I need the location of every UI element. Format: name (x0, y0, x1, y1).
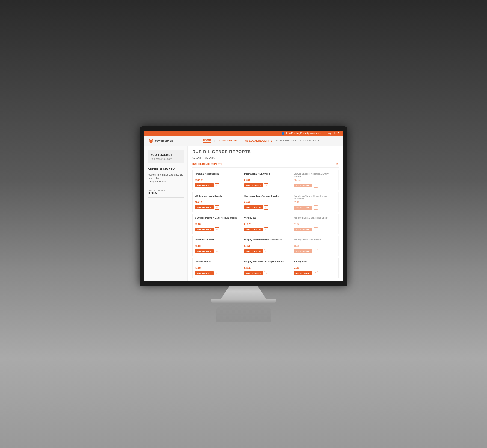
add-to-basket-button[interactable]: ADD TO BASKET (294, 249, 313, 253)
add-to-basket-button[interactable]: ADD TO BASKET (294, 228, 313, 232)
favorite-button[interactable]: ☆ (264, 206, 268, 210)
sidebar-divider-2 (148, 197, 184, 198)
product-actions: ADD TO BASKET ☆ (294, 227, 336, 232)
product-price: £3.00 (244, 201, 287, 204)
product-name: GBC Documents + Bank Account Check (195, 216, 237, 222)
product-actions: ADD TO BASKET ☆ (294, 271, 336, 275)
add-to-basket-button[interactable]: ADD TO BASKET (244, 206, 263, 209)
product-price: £5.40 (294, 201, 336, 204)
favorite-button[interactable]: ☆ (264, 271, 268, 275)
company-name: Property Information Exchange Ltd (148, 173, 184, 176)
product-name: Financial Asset Search (195, 173, 237, 178)
favorite-button[interactable]: ☆ (215, 206, 219, 210)
product-actions: ADD TO BASKET ☆ (195, 249, 237, 253)
product-actions: ADD TO BASKET ☆ (195, 227, 237, 232)
product-name: Veriphy Identity Confirmation Check (244, 238, 287, 244)
monitor-screen: 👤 Ilaria Caiutas, Property Information E… (140, 127, 347, 286)
add-to-basket-button[interactable]: ADD TO BASKET (195, 206, 214, 209)
favorite-button[interactable]: ☆ (314, 227, 318, 232)
section-header: DUE DILIGENCE REPORTS ⊕ (192, 161, 338, 168)
sidebar: YOUR BASKET Your basket is empty ORDER S… (144, 146, 188, 281)
section-toggle[interactable]: ⊕ (336, 162, 338, 166)
product-name: Veriphy Travel Visa Check (294, 238, 336, 244)
add-to-basket-button[interactable]: ADD TO BASKET (244, 249, 263, 253)
product-name: Veriphy International Company Report (244, 260, 287, 266)
add-to-basket-button[interactable]: ADD TO BASKET (244, 228, 263, 232)
add-to-basket-button[interactable]: ADD TO BASKET (195, 249, 214, 253)
product-actions: ADD TO BASKET ☆ (244, 271, 287, 275)
nav-link-accounting[interactable]: ACCOUNTING ▾ (300, 139, 319, 142)
top-bar-user: 👤 Ilaria Caiutas, Property Information E… (281, 132, 339, 135)
add-to-basket-button[interactable]: ADD TO BASKET (195, 271, 214, 275)
add-to-basket-button[interactable]: ADD TO BASKET (294, 206, 313, 210)
logo-text: poweredbypie (155, 139, 174, 142)
product-actions: ADD TO BASKET ☆ (195, 183, 237, 187)
favorite-button[interactable]: ☆ (264, 249, 268, 253)
product-card: Lawyer Checker Account & Entity Screen £… (291, 170, 338, 190)
product-actions: ADD TO BASKET ☆ (294, 249, 336, 253)
add-to-basket-button[interactable]: ADD TO BASKET (294, 184, 313, 187)
add-to-basket-button[interactable]: ADD TO BASKET (195, 228, 214, 232)
product-actions: ADD TO BASKET ☆ (244, 227, 287, 232)
add-to-basket-button[interactable]: ADD TO BASKET (244, 271, 263, 275)
favorite-button[interactable]: ☆ (314, 271, 318, 275)
product-price: £14.40 (294, 179, 336, 182)
favorite-button[interactable]: ☆ (215, 271, 219, 275)
favorite-button[interactable]: ☆ (215, 227, 219, 232)
nav-link-new-order[interactable]: NEW ORDER ▾ (219, 139, 237, 142)
product-name: International AML Check (244, 173, 287, 178)
product-card: Consumer Bank Account Checker £3.00 ADD … (242, 192, 289, 212)
product-price: £0.00 (195, 223, 237, 225)
product-price: £1.56 (244, 245, 287, 247)
basket-title: YOUR BASKET (150, 153, 181, 157)
section-header-title: DUE DILIGENCE REPORTS (192, 163, 222, 165)
product-card: Veriphy eAML £5.40 ADD TO BASKET ☆ (291, 258, 338, 278)
product-name: Veriphy HR Screen (195, 238, 237, 244)
favorite-button[interactable]: ☆ (264, 227, 268, 232)
product-actions: ADD TO BASKET ☆ (244, 183, 287, 187)
logo-icon (149, 138, 154, 143)
logo-area: poweredbypie (149, 138, 174, 143)
favorite-button[interactable]: ☆ (215, 249, 219, 253)
product-card: Veriphy International Company Report £30… (242, 258, 289, 278)
person-icon: 👤 (281, 132, 284, 135)
favorite-button[interactable]: ☆ (314, 249, 318, 253)
product-price: £1.56 (294, 245, 336, 247)
product-card: UK Company AML Search £26.16 ADD TO BASK… (192, 192, 240, 212)
ref-value: 1721234 (148, 192, 184, 195)
nav-links: HOME | NEW ORDER ▾ | MY LEGAL INDEMNITY … (184, 139, 338, 143)
add-to-basket-button[interactable]: ADD TO BASKET (294, 271, 313, 275)
product-card: Veriphy HR Screen £9.00 ADD TO BASKET ☆ (192, 236, 240, 256)
order-summary-title: ORDER SUMMARY (148, 168, 184, 171)
nav-link-home[interactable]: HOME (203, 139, 211, 143)
nav-link-legal-indemnity[interactable]: MY LEGAL INDEMNITY (245, 139, 272, 142)
select-products-label: SELECT PRODUCTS (192, 157, 338, 159)
product-actions: ADD TO BASKET ☆ (195, 271, 237, 275)
product-card: Veriphy Travel Visa Check £1.56 ADD TO B… (291, 236, 338, 256)
favorite-button[interactable]: ☆ (314, 206, 318, 210)
screen-content: 👤 Ilaria Caiutas, Property Information E… (144, 131, 343, 281)
product-card: Veriphy PEPs & Sanctions Check £0.84 ADD… (291, 214, 338, 234)
company-address2: Management Team (148, 180, 184, 183)
top-bar-user-text: Ilaria Caiutas, Property Information Exc… (286, 132, 336, 135)
sidebar-divider (148, 186, 184, 186)
product-price: £9.00 (244, 179, 287, 182)
favorite-button[interactable]: ☆ (314, 184, 318, 188)
settings-icon[interactable]: ⚙ (337, 132, 339, 135)
product-card: Veriphy 360 £10.20 ADD TO BASKET ☆ (242, 214, 289, 234)
add-to-basket-button[interactable]: ADD TO BASKET (244, 183, 263, 187)
add-to-basket-button[interactable]: ADD TO BASKET (195, 183, 214, 187)
product-price: £162.00 (195, 179, 237, 182)
products-grid: Financial Asset Search £162.00 ADD TO BA… (192, 170, 338, 278)
product-price: £0.84 (294, 223, 336, 225)
product-price: £3.60 (195, 267, 237, 269)
main-content: YOUR BASKET Your basket is empty ORDER S… (144, 146, 343, 281)
favorite-button[interactable]: ☆ (264, 183, 268, 187)
nav-link-view-orders[interactable]: VIEW ORDERS ▾ (276, 139, 296, 142)
basket-empty-text: Your basket is empty (150, 158, 181, 160)
company-address1: Head Office (148, 176, 184, 180)
basket-box: YOUR BASKET Your basket is empty (148, 150, 184, 163)
favorite-button[interactable]: ☆ (215, 183, 219, 187)
product-name: Veriphy 360 (244, 216, 287, 222)
product-price: £30.00 (244, 267, 287, 269)
